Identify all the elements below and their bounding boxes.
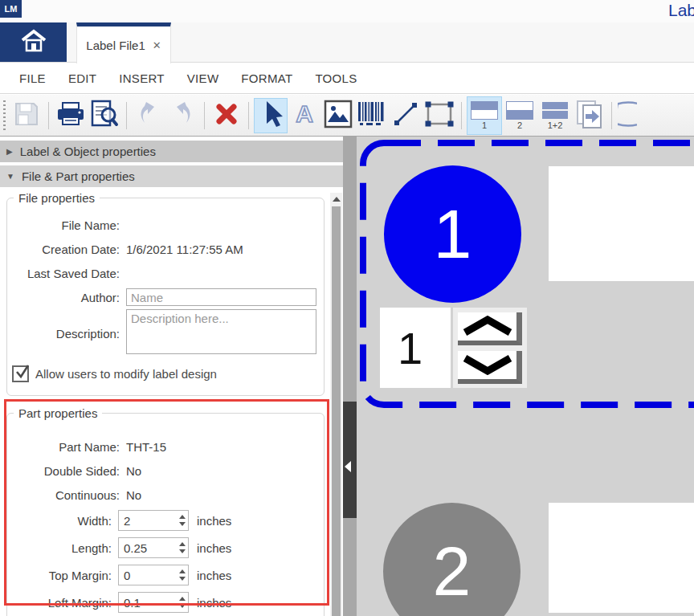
width-stepper[interactable]: 2	[118, 510, 189, 531]
file-properties-legend: File properties	[14, 191, 100, 205]
stepper-arrows[interactable]	[179, 511, 186, 530]
side-1-2-label: 1+2	[548, 121, 563, 130]
creation-date-row: Creation Date: 1/6/2021 11:27:55 AM	[7, 237, 324, 261]
scroll-up-icon	[333, 197, 341, 202]
menu-edit[interactable]: EDIT	[57, 71, 108, 85]
line-tool-button[interactable]	[389, 98, 423, 133]
side-1-2-icon	[541, 101, 569, 120]
rotate-icon	[617, 100, 638, 132]
label-2-area[interactable]	[549, 503, 694, 613]
page-down-button[interactable]	[458, 351, 522, 384]
spinner-up-icon	[179, 597, 186, 601]
rotate-button[interactable]	[617, 98, 638, 133]
description-row: Description:	[7, 309, 324, 359]
top-margin-row: Top Margin: 0 inches	[7, 561, 324, 589]
image-tool-button[interactable]	[321, 98, 355, 133]
menu-bar: FILE EDIT INSERT VIEW FORMAT TOOLS	[0, 63, 694, 94]
toolbar-separator	[126, 102, 127, 129]
barcode-tool-button[interactable]	[355, 98, 389, 133]
print-icon	[56, 101, 85, 130]
application-window: LM Lab Label File1 ✕ FILE EDIT INSERT VI…	[0, 0, 694, 616]
length-unit: inches	[197, 541, 239, 555]
continuous-label: Continuous:	[7, 488, 120, 502]
image-tool-icon	[324, 100, 353, 132]
panel-scrollbar-thumb[interactable]	[332, 206, 341, 616]
save-icon	[14, 101, 39, 130]
author-label: Author:	[7, 291, 120, 304]
tab-close-icon[interactable]: ✕	[153, 39, 161, 51]
rectangle-tool-button[interactable]	[423, 98, 456, 133]
save-button[interactable]	[10, 98, 43, 133]
side-2-button[interactable]: 2	[502, 96, 537, 135]
print-preview-button[interactable]	[88, 98, 121, 133]
delete-button[interactable]	[210, 98, 243, 133]
author-input[interactable]	[126, 288, 316, 306]
left-margin-stepper[interactable]: 0.1	[118, 592, 189, 613]
stepper-arrows[interactable]	[179, 565, 186, 585]
label-1-number: 1	[434, 194, 472, 274]
left-margin-unit: inches	[197, 596, 239, 610]
toolbar-grip[interactable]	[3, 100, 6, 131]
menu-format[interactable]: FORMAT	[230, 71, 304, 85]
text-tool-button[interactable]: A	[288, 98, 321, 133]
label-2-number-circle[interactable]: 2	[383, 503, 520, 616]
file-name-row: File Name:	[7, 213, 324, 237]
menu-view[interactable]: VIEW	[176, 71, 231, 85]
stepper-arrows[interactable]	[179, 538, 186, 557]
checkmark-icon	[14, 364, 31, 380]
menu-file[interactable]: FILE	[8, 71, 57, 85]
length-stepper[interactable]: 0.25	[118, 537, 189, 558]
left-margin-row: Left Margin: 0.1 inches	[7, 589, 324, 616]
chevron-down-icon	[461, 354, 514, 375]
top-margin-stepper[interactable]: 0	[118, 565, 189, 585]
menu-tools[interactable]: TOOLS	[304, 71, 368, 85]
double-sided-label: Double Sided:	[7, 464, 120, 478]
part-properties-group: Part properties Part Name: THT-15 Double…	[6, 413, 325, 616]
side-1-icon	[471, 101, 498, 120]
panel-scrollbar[interactable]	[330, 193, 342, 616]
side-1-2-button[interactable]: 1+2	[537, 96, 573, 135]
svg-text:A: A	[296, 100, 313, 127]
length-label: Length:	[7, 541, 112, 555]
window-title: Lab	[668, 1, 694, 20]
rectangle-tool-icon	[423, 100, 455, 132]
spinner-up-icon	[179, 515, 186, 519]
tab-home[interactable]	[0, 22, 67, 62]
spinner-up-icon	[179, 569, 186, 573]
print-button[interactable]	[54, 98, 88, 133]
undo-button[interactable]	[132, 98, 165, 133]
label-1-number-circle[interactable]: 1	[384, 165, 521, 303]
page-up-button[interactable]	[458, 312, 522, 345]
menu-insert[interactable]: INSERT	[108, 71, 176, 85]
toolbar-separator	[248, 102, 249, 129]
accordion-file-part-properties[interactable]: ▼ File & Part properties	[0, 165, 343, 187]
accordion-label-object-properties[interactable]: ▶ Label & Object properties	[0, 141, 343, 162]
tab-document[interactable]: Label File1 ✕	[76, 22, 171, 63]
canvas-scrollbar[interactable]	[343, 137, 357, 616]
design-canvas[interactable]: 1 1 2	[357, 137, 694, 616]
spinner-up-icon	[179, 542, 186, 546]
title-bar: LM Lab	[0, 0, 694, 22]
canvas-scrollbar-thumb[interactable]	[343, 402, 357, 518]
top-margin-value: 0	[119, 569, 188, 582]
label-1-area[interactable]	[549, 166, 694, 281]
part-name-value: THT-15	[126, 440, 324, 454]
pointer-tool-button[interactable]	[254, 98, 288, 133]
undo-icon	[137, 101, 161, 130]
side-2-icon	[506, 101, 533, 120]
spinner-down-icon	[179, 522, 186, 526]
description-input[interactable]	[126, 309, 316, 354]
redo-button[interactable]	[165, 98, 199, 133]
tab-bar: Label File1 ✕	[0, 22, 694, 63]
stepper-arrows[interactable]	[179, 593, 186, 612]
scroll-up-button[interactable]	[330, 193, 342, 205]
width-row: Width: 2 inches	[7, 507, 324, 534]
width-label: Width:	[7, 514, 112, 528]
collapse-panel-icon[interactable]	[345, 461, 351, 472]
page-selector-buttons	[453, 308, 527, 388]
next-page-button[interactable]	[573, 98, 606, 133]
print-preview-icon	[89, 100, 120, 132]
page-selector-value[interactable]: 1	[380, 308, 451, 388]
side-1-button[interactable]: 1	[467, 96, 502, 135]
allow-modify-checkbox[interactable]	[12, 365, 29, 382]
